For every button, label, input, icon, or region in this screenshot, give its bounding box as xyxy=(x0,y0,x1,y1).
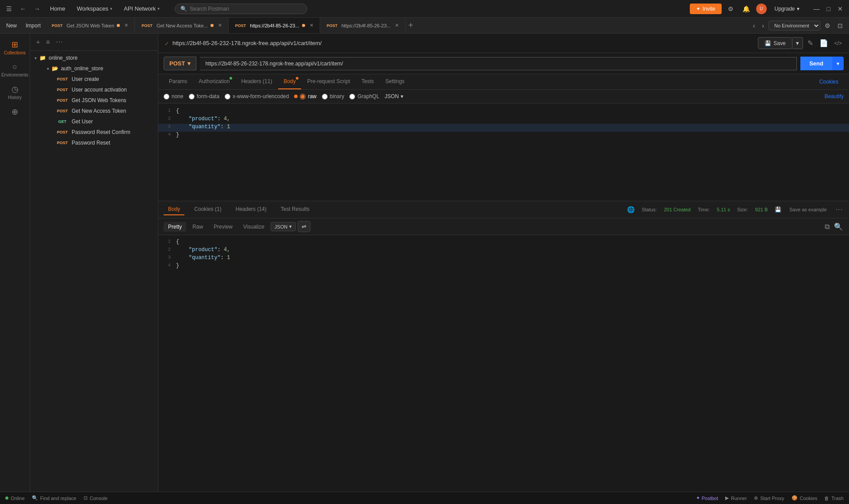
radio-form-data[interactable]: form-data xyxy=(189,93,219,99)
close-button[interactable]: ✕ xyxy=(835,4,845,13)
send-button[interactable]: Send xyxy=(800,57,832,70)
list-item[interactable]: POST User account activation xyxy=(51,84,158,95)
radio-binary[interactable]: binary xyxy=(322,93,344,99)
more-collection-button[interactable]: ··· xyxy=(54,37,65,47)
folder-toggle[interactable]: ▾ xyxy=(47,66,49,71)
upgrade-button[interactable]: Upgrade ▾ xyxy=(770,4,804,14)
hamburger-menu-button[interactable]: ☰ xyxy=(4,4,15,14)
tab-close-2[interactable]: ✕ xyxy=(217,23,223,28)
resp-tab-headers[interactable]: Headers (14) xyxy=(231,204,271,215)
resp-search-button[interactable]: 🔍 xyxy=(833,221,844,232)
tab-params[interactable]: Params xyxy=(164,74,192,89)
response-more-button[interactable]: ··· xyxy=(835,205,844,214)
code-button[interactable]: </> xyxy=(833,38,844,48)
collection-toggle[interactable]: ▾ xyxy=(34,56,37,61)
start-proxy-status[interactable]: ⊕ Start Proxy xyxy=(754,495,784,501)
resp-copy-button[interactable]: ⧉ xyxy=(824,221,830,232)
doc-button[interactable]: 📄 xyxy=(818,37,830,49)
sidebar-item-plugins[interactable]: ⊕ xyxy=(2,104,28,119)
resp-sub-visualize[interactable]: Visualize xyxy=(239,222,269,232)
resp-sub-preview[interactable]: Preview xyxy=(209,222,237,232)
radio-raw[interactable]: raw xyxy=(294,93,316,99)
cookies-button[interactable]: Cookies xyxy=(814,75,844,88)
tab-settings[interactable]: Settings xyxy=(380,74,410,89)
import-button[interactable]: Import xyxy=(21,21,45,31)
tab-pre-request[interactable]: Pre-request Script xyxy=(302,74,356,89)
home-nav[interactable]: Home xyxy=(46,4,70,14)
cookies-status[interactable]: 🍪 Cookies xyxy=(792,495,818,501)
avatar[interactable]: U xyxy=(756,4,767,14)
resp-filter-button[interactable]: ⇌ xyxy=(298,221,310,232)
resp-sub-pretty[interactable]: Pretty xyxy=(164,222,186,232)
postbot-status[interactable]: ✦ Postbot xyxy=(696,495,718,501)
resp-tab-body[interactable]: Body xyxy=(164,204,184,215)
save-dropdown-button[interactable]: ▾ xyxy=(792,37,803,49)
list-item[interactable]: POST Get JSON Web Tokens xyxy=(51,95,158,106)
maximize-button[interactable]: □ xyxy=(824,4,833,13)
new-tab-button[interactable]: + xyxy=(405,18,416,33)
tab-4[interactable]: POST https://2b4f-85-26-23... ✕ xyxy=(320,18,406,33)
add-collection-button[interactable]: + xyxy=(34,38,42,46)
find-replace-status[interactable]: 🔍 Find and replace xyxy=(32,495,76,501)
tab-close-1[interactable]: ✕ xyxy=(123,23,129,28)
runner-status[interactable]: ▶ Runner xyxy=(725,495,747,501)
sort-collection-button[interactable]: ≡ xyxy=(44,38,51,46)
workspaces-nav[interactable]: Workspaces ▾ xyxy=(73,4,117,14)
list-item[interactable]: GET Get User xyxy=(51,116,158,127)
settings-button[interactable]: ⚙ xyxy=(725,4,736,14)
edit-request-button[interactable]: ✎ xyxy=(806,37,815,49)
method-select[interactable]: POST ▾ xyxy=(164,57,196,70)
tab-close-3[interactable]: ✕ xyxy=(309,23,314,28)
list-item[interactable]: POST Password Reset xyxy=(51,137,158,148)
online-status[interactable]: Online xyxy=(5,496,25,501)
resp-tab-test-results[interactable]: Test Results xyxy=(276,204,314,215)
workspace-settings-button[interactable]: ⊡ xyxy=(835,20,845,31)
resp-format-select[interactable]: JSON ▾ xyxy=(271,222,296,231)
tabs-chevron-left[interactable]: ‹ xyxy=(750,20,758,31)
env-settings-button[interactable]: ⚙ xyxy=(822,20,833,31)
tab-tests[interactable]: Tests xyxy=(356,74,379,89)
save-as-example-button[interactable]: Save as example xyxy=(788,206,827,213)
tab-headers[interactable]: Headers (11) xyxy=(236,74,277,89)
forward-button[interactable]: → xyxy=(31,4,43,14)
list-item[interactable]: POST Password Reset Confirm xyxy=(51,127,158,137)
tabs-chevron-right[interactable]: › xyxy=(759,20,767,31)
request-body-editor[interactable]: 1 { 2 "product": 4, 3 "quantity": 1 4 } xyxy=(158,103,849,201)
tab-body[interactable]: Body xyxy=(278,74,301,89)
search-input[interactable] xyxy=(190,6,302,12)
back-button[interactable]: ← xyxy=(17,4,29,14)
resp-sub-raw[interactable]: Raw xyxy=(188,222,207,232)
list-item[interactable]: POST Get New Access Token xyxy=(51,106,158,116)
tab-close-4[interactable]: ✕ xyxy=(394,23,400,28)
json-format-select[interactable]: JSON ▾ xyxy=(385,93,403,99)
save-button[interactable]: 💾 Save xyxy=(758,37,792,49)
sidebar-item-collections[interactable]: ⊞ Collections xyxy=(2,37,28,58)
send-dropdown-button[interactable]: ▾ xyxy=(832,57,844,70)
sidebar-item-environments[interactable]: ○ Environments xyxy=(2,60,28,80)
trash-status[interactable]: 🗑 Trash xyxy=(824,495,844,501)
radio-urlencoded[interactable]: x-www-form-urlencoded xyxy=(225,93,289,99)
sidebar-item-history[interactable]: ◷ History xyxy=(2,82,28,103)
minimize-button[interactable]: — xyxy=(811,4,822,13)
new-button[interactable]: New xyxy=(2,21,21,31)
resp-line-content-4: } xyxy=(176,263,179,269)
tab-2[interactable]: POST Get New Access Toke... ✕ xyxy=(135,18,228,33)
search-bar[interactable]: 🔍 xyxy=(175,4,307,14)
url-input[interactable] xyxy=(200,57,797,70)
environment-select[interactable]: No Environment xyxy=(769,21,820,31)
radio-graphql[interactable]: GraphQL xyxy=(349,93,379,99)
beautify-button[interactable]: Beautify xyxy=(825,93,844,99)
tab-3[interactable]: POST https://2b4f-85-26-23... ✕ xyxy=(229,18,320,33)
invite-button[interactable]: ✦ Invite xyxy=(690,4,722,14)
api-network-nav[interactable]: API Network ▾ xyxy=(119,4,164,14)
radio-none[interactable]: none xyxy=(164,93,184,99)
list-item[interactable]: POST User create xyxy=(51,74,158,84)
tab-1[interactable]: POST Get JSON Web Token ✕ xyxy=(45,18,135,33)
tab-authorization[interactable]: Authorization xyxy=(193,74,235,89)
tree-collection-online-store[interactable]: ▾ 📁 online_store xyxy=(30,53,158,63)
tree-folder-auth[interactable]: ▾ 📂 auth_online_store xyxy=(42,63,158,74)
resp-tab-cookies[interactable]: Cookies (1) xyxy=(190,204,226,215)
resp-line-num-4: 4 xyxy=(158,263,176,268)
notification-button[interactable]: 🔔 xyxy=(740,4,753,14)
console-status[interactable]: ⊡ Console xyxy=(84,495,107,501)
